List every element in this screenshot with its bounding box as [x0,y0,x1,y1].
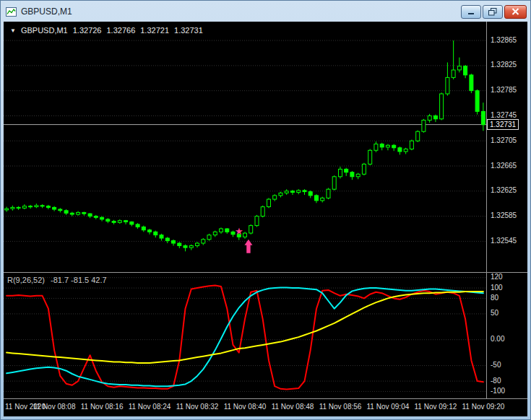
candle-body [475,91,479,112]
candle-body [118,221,121,223]
candle-body [267,199,271,206]
osc-line-cyan [7,287,483,386]
candle-body [392,145,396,148]
price-axis-label: 1.32625 [491,186,517,194]
candle-body [481,111,485,124]
star-marker: ★ [235,226,243,237]
candle-body [368,150,372,164]
time-axis-label: 11 Nov 08:16 [81,403,124,411]
candle-body [46,206,50,208]
candle-body [416,131,420,141]
price-axis-label: 1.32585 [491,211,517,219]
candle-body [77,212,80,214]
ohlc-high: 1.32766 [106,26,135,35]
price-axis-label: 1.32825 [491,61,517,69]
indicator-panel[interactable] [4,274,486,398]
price-axis-label: 1.32865 [491,36,517,44]
candle-body [452,70,455,77]
candle-body [184,246,187,248]
time-axis[interactable]: 11 Nov 202011 Nov 08:0811 Nov 08:1611 No… [4,399,527,416]
price-axis-label: 1.32785 [491,86,517,94]
candle-body [255,216,259,226]
candle-body [345,169,348,172]
indicator-axis-label: 0.00 [491,335,504,343]
indicator-axis-label: -80 [491,377,501,385]
candle-body [321,198,324,201]
candle-body [327,189,330,198]
candle-body [70,213,74,214]
time-axis-label: 11 Nov 08:32 [176,403,219,411]
candle-body [374,144,378,151]
candle-body [88,214,92,216]
candle-body [29,206,33,207]
candle-body [82,212,86,214]
candle-body [428,116,431,121]
minimize-button[interactable] [461,5,481,19]
candle-body [112,222,116,223]
indicator-name: R(9,26,52) [7,276,45,284]
indicator-axis-label: 120 [491,273,503,281]
window-titlebar[interactable]: GBPUSD,M1 [1,1,530,22]
ohlc-close: 1.32731 [174,26,203,35]
panel-separator[interactable] [4,272,527,273]
restore-icon [488,8,497,16]
indicator-axis-label: 50 [491,309,498,317]
candle-body [11,207,14,209]
candle-body [165,238,169,241]
candle-body [17,207,20,208]
candle-body [291,191,295,193]
candle-body [308,192,312,196]
candle-body [380,144,384,147]
candle-body [225,229,229,232]
bid-price-tag: 1.32731 [487,119,519,130]
candle-body [386,145,389,147]
candle-body [130,222,134,224]
indicator-header: R(9,26,52) -81.7 -81.5 42.7 [7,276,107,284]
candle-body [470,75,473,91]
time-axis-label: 11 Nov 09:20 [462,403,505,411]
indicator-axis-label: -50 [491,361,501,369]
candle-body [5,209,9,210]
candle-body [22,206,26,209]
price-axis-label: 1.32665 [491,162,517,170]
price-axis[interactable]: 1.328651.328251.327851.327451.327051.326… [486,22,527,398]
candle-body [464,66,467,75]
candle-body [440,94,444,119]
candle-body [196,243,199,246]
candle-body [35,206,38,207]
candle-body [303,191,306,192]
candle-body [220,229,223,232]
candle-body [160,235,163,238]
price-axis-label: 1.32745 [491,111,517,119]
candle-body [178,243,181,246]
chart-menu-arrow-icon[interactable]: ▼ [10,27,16,34]
ohlc-header: ▼ GBPUSD,M1 1.32726 1.32766 1.32721 1.32… [10,26,203,35]
ohlc-open: 1.32726 [73,26,102,35]
window-title: GBPUSD,M1 [21,6,457,17]
candle-body [59,209,62,211]
time-axis-label: 11 Nov 09:04 [367,403,410,411]
candle-body [433,116,437,119]
candle-body [339,169,342,176]
candle-body [40,206,44,206]
main-price-panel[interactable]: ★ [4,22,486,272]
candle-body [207,235,211,240]
candle-body [100,217,104,219]
candle-body [172,241,176,244]
candle-body [136,224,139,227]
candle-body [410,141,413,149]
indicator-axis-label: 80 [491,294,498,302]
time-axis-label: 11 Nov 09:12 [415,403,457,411]
candle-body [362,164,366,174]
price-axis-label: 1.32705 [491,136,517,144]
indicator-values: -81.7 -81.5 42.7 [51,276,107,284]
candle-body [124,221,128,222]
restore-button[interactable] [483,5,503,19]
candle-body [279,193,282,196]
indicator-axis-label: 100 [491,284,503,292]
candle-body [398,148,402,152]
candle-body [350,172,354,177]
close-button[interactable] [504,5,527,19]
candle-body [356,174,360,177]
ohlc-low: 1.32721 [140,26,169,35]
